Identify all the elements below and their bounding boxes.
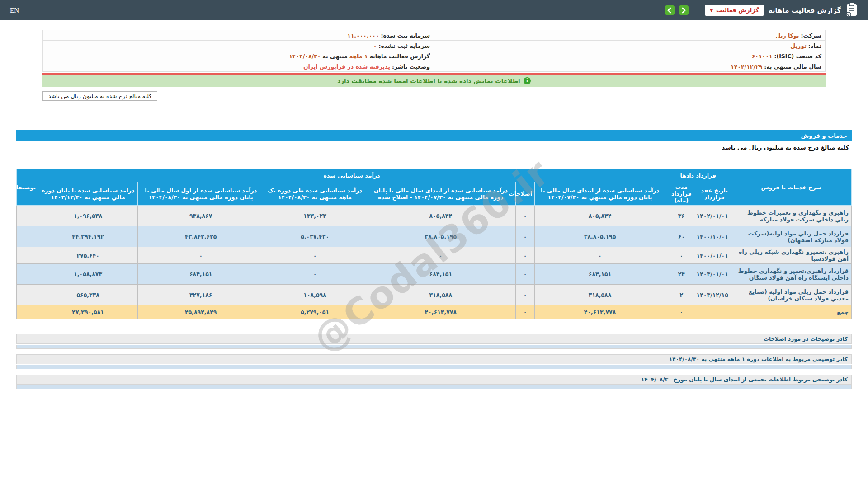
unregistered-capital-value: ۰ (373, 42, 377, 49)
comment-content-strip[interactable] (16, 385, 852, 389)
chevron-left-icon (667, 7, 672, 14)
cell-rev-ytd: ۴۳,۸۴۲,۶۲۵ (138, 226, 264, 247)
cell-notes (17, 305, 38, 319)
col-header-rev-to-0730: درآمد شناسایی شده از ابتدای سال مالی تا … (535, 182, 665, 206)
comment-content-strip[interactable] (16, 345, 852, 349)
cell-notes (17, 285, 38, 305)
cell-rev-adjusted: ۶۸۴,۱۵۱ (366, 264, 515, 285)
company-value: توکا ریل (776, 32, 799, 39)
col-header-contract-duration: مدت قرارداد (ماه) (665, 182, 698, 206)
cell-notes (17, 264, 38, 285)
table-row: راهبري ،تعمیرو نگهداري شبکه ریلي راه آهن… (17, 247, 852, 264)
sales-table-body: راهبري و نگهداري و تعمیرات خطوط ریلي داخ… (17, 206, 852, 319)
report-period-label: گزارش فعالیت ماهانه (369, 53, 430, 60)
cell-rev-to-0730: ۰ (535, 247, 665, 264)
symbol-label: نماد: (808, 42, 821, 49)
chevron-right-icon (681, 7, 686, 14)
registered-capital-label: سرمایه ثبت شده: (381, 32, 430, 39)
col-header-rev-adjusted: درآمد شناسایی شده از ابتدای سال مالی تا … (366, 182, 515, 206)
comment-sections: کادر توضیحات در مورد اصلاحات کادر توضیحی… (16, 334, 852, 389)
report-type-dropdown-label: گزارش فعالیت (716, 7, 759, 14)
cell-rev-ytd: ۶۸۴,۱۵۱ (138, 264, 264, 285)
table-row: قرارداد راهبري،تعمیر و نگهداري خطوط داخل… (17, 264, 852, 285)
info-icon: i (524, 77, 531, 84)
cell-notes (17, 206, 38, 226)
cell-description: قرارداد حمل ریلي مواد اولیه(شرکت فولاد م… (731, 226, 851, 247)
table-row: شرکت: توکا ریل (434, 30, 826, 41)
next-report-button[interactable] (679, 5, 689, 15)
language-toggle-link[interactable]: EN (10, 7, 19, 15)
cell-contract-date: ۱۴۰۳/۰۱/۰۱ (698, 264, 731, 285)
comment-group-monthly: کادر توضیحی مربوط به اطلاعات دوره ۱ ماهه… (16, 354, 852, 369)
registered-capital-value: ۱۱,۰۰۰,۰۰۰ (347, 32, 379, 39)
company-info-table-right: شرکت: توکا ریل نماد: توریل کد صنعت (ISIC… (434, 30, 826, 72)
table-row: راهبري و نگهداري و تعمیرات خطوط ریلي داخ… (17, 206, 852, 226)
report-period-label2: منتهی به (322, 53, 347, 60)
table-row: قرارداد حمل ریلي مواد اولیه(شرکت فولاد م… (17, 226, 852, 247)
signature-notice-text: اطلاعات نمایش داده شده با اطلاعات امضا ش… (337, 77, 520, 84)
table-row: سرمایه ثبت شده: ۱۱,۰۰۰,۰۰۰ (43, 30, 434, 41)
cell-notes (17, 226, 38, 247)
previous-report-button[interactable] (665, 5, 675, 15)
company-label: شرکت: (801, 32, 821, 39)
cell-rev-adjusted: ۰ (366, 247, 515, 264)
report-type-dropdown[interactable]: گزارش فعالیت ▼ (705, 5, 764, 16)
comment-bar-title: کادر توضیحی مربوط به اطلاعات دوره ۱ ماهه… (16, 354, 852, 364)
clipboard-report-icon (845, 2, 858, 19)
sales-table-header: شرح خدمات یا فروش قرارداد دادها درآمد شن… (17, 169, 852, 206)
table-row: کد صنعت (ISIC): ۶۰۱۰۰۱ (434, 51, 826, 61)
cell-contract-duration: ۶۰ (665, 226, 698, 247)
col-header-adjustments: اصلاحات (515, 182, 535, 206)
cell-adjustments: ۰ (515, 285, 535, 305)
section-header-sales: خدمات و فروش (16, 130, 852, 141)
group-header-contracts: قرارداد دادها (665, 169, 731, 182)
cell-contract-duration: ۲۴ (665, 264, 698, 285)
col-header-rev-prev-year: درامد شناسایی شده تا پایان دوره مالي منت… (38, 182, 138, 206)
cell-notes (17, 247, 38, 264)
cell-rev-prev-year: ۴۷,۳۹۰,۵۸۱ (38, 305, 138, 319)
top-bar-right-group: گزارش فعالیت ماهانه گزارش فعالیت ▼ (665, 2, 858, 19)
sales-table: شرح خدمات یا فروش قرارداد دادها درآمد شن… (16, 169, 852, 319)
issuer-status-label: وضعیت ناشر: (392, 63, 430, 70)
cell-description: قرارداد حمل ریلي مواد اولیه (صنایع معدني… (731, 285, 851, 305)
cell-rev-prev-year: ۱,۰۵۸,۸۷۳ (38, 264, 138, 285)
top-bar: گزارش فعالیت ماهانه گزارش فعالیت ▼ EN (0, 0, 868, 20)
fiscal-year-label: سال مالی منتهی به: (764, 63, 821, 70)
chevron-down-icon: ▼ (710, 7, 713, 13)
cell-description: جمع (731, 305, 851, 319)
cell-rev-prev-year: ۲۷۵,۶۴۰ (38, 247, 138, 264)
col-header-rev-one-month: درآمد شناسایی شده طی دوره یک ماهه منتهی … (264, 182, 366, 206)
signature-notice-bar: i اطلاعات نمایش داده شده با اطلاعات امضا… (42, 75, 826, 87)
cell-rev-prev-year: ۱,۰۹۶,۵۳۸ (38, 206, 138, 226)
comment-content-strip[interactable] (16, 365, 852, 369)
cell-contract-date: ۱۴۰۰/۰۱/۰۱ (698, 247, 731, 264)
cell-rev-prev-year: ۵۶۵,۳۳۸ (38, 285, 138, 305)
top-bar-left-group: EN (10, 6, 19, 14)
sales-report-section: خدمات و فروش کلیه مبالغ درج شده به میلیو… (16, 130, 852, 389)
cell-adjustments: ۰ (515, 264, 535, 285)
col-header-notes: توضیحات (17, 169, 38, 206)
cell-rev-one-month: ۰ (264, 264, 366, 285)
cell-adjustments: ۰ (515, 247, 535, 264)
group-header-revenue: درآمد شناسایی شده (38, 169, 665, 182)
issuer-status-value: پذیرفته شده در فرابورس ایران (303, 63, 390, 70)
cell-rev-adjusted: ۴۰,۶۱۳,۷۷۸ (366, 305, 515, 319)
table-row: نماد: توریل (434, 41, 826, 51)
cell-rev-to-0730: ۶۸۴,۱۵۱ (535, 264, 665, 285)
comment-group-adjustments: کادر توضیحات در مورد اصلاحات (16, 334, 852, 349)
unregistered-capital-label: سرمایه ثبت نشده: (378, 42, 430, 49)
col-header-description: شرح خدمات یا فروش (731, 169, 851, 206)
page-divider (0, 119, 868, 119)
cell-rev-one-month: ۵,۲۷۹,۰۵۱ (264, 305, 366, 319)
cell-rev-one-month: ۱۳۳,۰۲۳ (264, 206, 366, 226)
cell-rev-to-0730: ۳۱۸,۵۸۸ (535, 285, 665, 305)
cell-rev-adjusted: ۸۰۵,۸۴۴ (366, 206, 515, 226)
cell-rev-to-0730: ۳۸,۸۰۵,۱۹۵ (535, 226, 665, 247)
cell-contract-duration: ۰ (665, 247, 698, 264)
cell-adjustments: ۰ (515, 206, 535, 226)
cell-rev-adjusted: ۳۱۸,۵۸۸ (366, 285, 515, 305)
col-header-rev-ytd: درآمد شناسایی شده از اول سال مالی تا پای… (138, 182, 264, 206)
cell-rev-to-0730: ۴۰,۶۱۳,۷۷۸ (535, 305, 665, 319)
fiscal-year-value: ۱۴۰۴/۱۲/۲۹ (731, 63, 762, 70)
cell-contract-date (698, 305, 731, 319)
